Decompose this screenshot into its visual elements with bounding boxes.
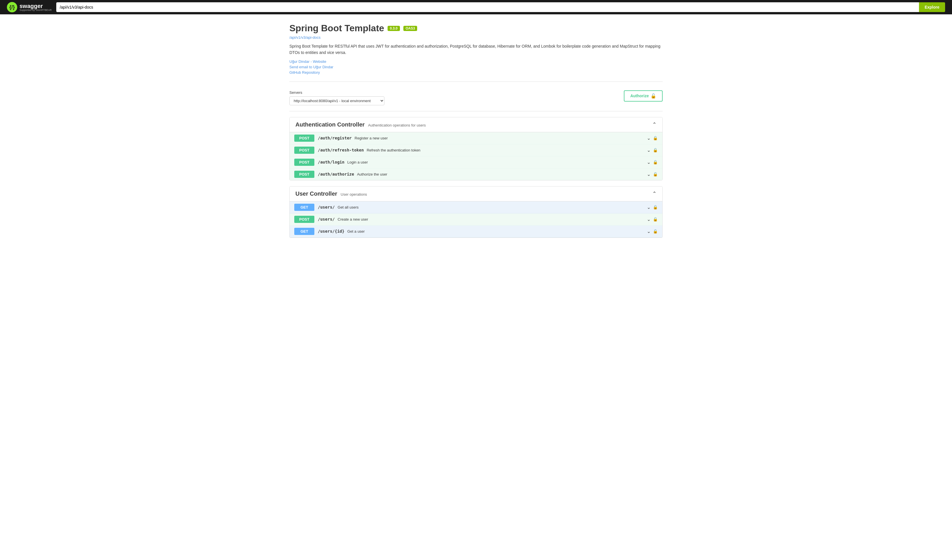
- api-docs-link[interactable]: /api/v1/v3/api-docs: [289, 35, 663, 40]
- title-section: Spring Boot Template 0.3.0 OAS3 /api/v1/…: [289, 23, 663, 75]
- endpoint-chevron-icon: ⌄: [647, 159, 651, 165]
- swagger-brand-name: swagger: [20, 3, 52, 9]
- endpoint-chevron-icon: ⌄: [647, 205, 651, 210]
- oas-badge: OAS3: [403, 26, 417, 31]
- servers-section: Servers http://localhost:8080/api/v1 - l…: [289, 90, 663, 105]
- endpoint-lock-icon: 🔒: [653, 229, 658, 233]
- endpoint-summary: Refresh the authentication token: [366, 148, 420, 152]
- swagger-brand-container: swagger Supported by SMARTBEAR: [20, 3, 52, 11]
- endpoint-row-right: ⌄ 🔒: [647, 229, 658, 234]
- controller-title: Authentication Controller: [295, 121, 365, 128]
- app-title: Spring Boot Template: [289, 23, 384, 34]
- endpoint-summary: Register a new user: [355, 136, 388, 140]
- navbar: {/} swagger Supported by SMARTBEAR Explo…: [0, 0, 952, 14]
- endpoint-chevron-icon: ⌄: [647, 217, 651, 222]
- endpoint-summary: Get a user: [348, 229, 365, 233]
- main-content: Spring Boot Template 0.3.0 OAS3 /api/v1/…: [284, 14, 668, 252]
- endpoint-path: /users/{id}: [318, 229, 345, 233]
- title-row: Spring Boot Template 0.3.0 OAS3: [289, 23, 663, 34]
- controller-desc: User operations: [341, 192, 367, 196]
- endpoint-row[interactable]: GET /users/{id} Get a user ⌄ 🔒: [290, 225, 662, 238]
- url-group: Explore: [56, 2, 945, 12]
- servers-label: Servers: [289, 90, 385, 95]
- endpoint-path: /users/: [318, 205, 335, 210]
- controller-header-left: User Controller User operations: [295, 190, 367, 197]
- endpoint-row[interactable]: POST /auth/login Login a user ⌄ 🔒: [290, 156, 662, 168]
- endpoint-row[interactable]: GET /users/ Get all users ⌄ 🔒: [290, 201, 662, 213]
- endpoint-row[interactable]: POST /auth/authorize Authorize the user …: [290, 168, 662, 180]
- controller-title: User Controller: [295, 190, 337, 197]
- endpoint-lock-icon: 🔒: [653, 136, 658, 140]
- endpoint-row[interactable]: POST /auth/refresh-token Refresh the aut…: [290, 144, 662, 156]
- method-badge: POST: [294, 159, 314, 166]
- endpoint-chevron-icon: ⌄: [647, 148, 651, 153]
- servers-container: Servers http://localhost:8080/api/v1 - l…: [289, 90, 385, 105]
- endpoint-path: /auth/authorize: [318, 172, 354, 176]
- endpoint-path: /auth/register: [318, 136, 352, 140]
- version-badge: 0.3.0: [388, 26, 400, 31]
- divider-1: [289, 82, 663, 82]
- api-url-input[interactable]: [56, 2, 919, 12]
- endpoint-chevron-icon: ⌄: [647, 136, 651, 141]
- endpoint-path: /users/: [318, 217, 335, 222]
- website-link[interactable]: Uğur Dindar - Website: [289, 59, 663, 64]
- endpoint-row-right: ⌄ 🔒: [647, 217, 658, 222]
- controllers-container: Authentication Controller Authentication…: [289, 117, 663, 238]
- endpoint-path: /auth/login: [318, 160, 345, 164]
- swagger-logo-icon: {/}: [7, 2, 17, 12]
- controller-user-header[interactable]: User Controller User operations ⌃: [290, 187, 662, 201]
- app-description: Spring Boot Template for RESTful API tha…: [289, 43, 663, 56]
- endpoint-row-right: ⌄ 🔒: [647, 171, 658, 177]
- endpoint-summary: Login a user: [348, 160, 368, 164]
- method-badge: POST: [294, 134, 314, 142]
- explore-button[interactable]: Explore: [919, 2, 945, 12]
- controller-auth: Authentication Controller Authentication…: [289, 117, 663, 180]
- method-badge: GET: [294, 228, 314, 235]
- servers-select[interactable]: http://localhost:8080/api/v1 - local env…: [289, 96, 385, 105]
- endpoint-summary: Create a new user: [338, 217, 368, 222]
- controller-auth-header[interactable]: Authentication Controller Authentication…: [290, 117, 662, 132]
- swagger-logo: {/} swagger Supported by SMARTBEAR: [7, 2, 52, 12]
- authorize-label: Authorize: [630, 94, 649, 98]
- github-link[interactable]: GitHub Repository: [289, 70, 663, 75]
- endpoint-chevron-icon: ⌄: [647, 171, 651, 177]
- method-badge: POST: [294, 171, 314, 178]
- authorize-button[interactable]: Authorize 🔓: [624, 90, 663, 102]
- endpoint-lock-icon: 🔒: [653, 148, 658, 152]
- endpoint-row-right: ⌄ 🔒: [647, 148, 658, 153]
- endpoint-row-right: ⌄ 🔒: [647, 136, 658, 141]
- controller-header-left: Authentication Controller Authentication…: [295, 121, 426, 128]
- controller-chevron-icon: ⌃: [652, 190, 657, 197]
- controller-user: User Controller User operations ⌃ GET /u…: [289, 186, 663, 238]
- endpoint-summary: Authorize the user: [357, 172, 387, 176]
- method-badge: POST: [294, 147, 314, 154]
- endpoint-row[interactable]: POST /users/ Create a new user ⌄ 🔒: [290, 213, 662, 225]
- email-link[interactable]: Send email to Uğur Dindar: [289, 65, 663, 69]
- divider-2: [289, 111, 663, 111]
- authorize-lock-icon: 🔓: [651, 93, 656, 99]
- endpoint-lock-icon: 🔒: [653, 172, 658, 176]
- controller-desc: Authentication operations for users: [368, 123, 426, 127]
- endpoint-lock-icon: 🔒: [653, 160, 658, 164]
- endpoint-lock-icon: 🔒: [653, 217, 658, 222]
- endpoint-lock-icon: 🔒: [653, 205, 658, 210]
- method-badge: POST: [294, 216, 314, 223]
- endpoint-summary: Get all users: [338, 205, 359, 210]
- logo-text: {/}: [9, 4, 15, 10]
- method-badge: GET: [294, 204, 314, 211]
- endpoint-path: /auth/refresh-token: [318, 148, 364, 152]
- controller-chevron-icon: ⌃: [652, 121, 657, 128]
- endpoint-row[interactable]: POST /auth/register Register a new user …: [290, 132, 662, 144]
- endpoint-row-right: ⌄ 🔒: [647, 159, 658, 165]
- endpoint-row-right: ⌄ 🔒: [647, 205, 658, 210]
- swagger-sub-brand: Supported by SMARTBEAR: [20, 9, 52, 11]
- endpoint-chevron-icon: ⌄: [647, 229, 651, 234]
